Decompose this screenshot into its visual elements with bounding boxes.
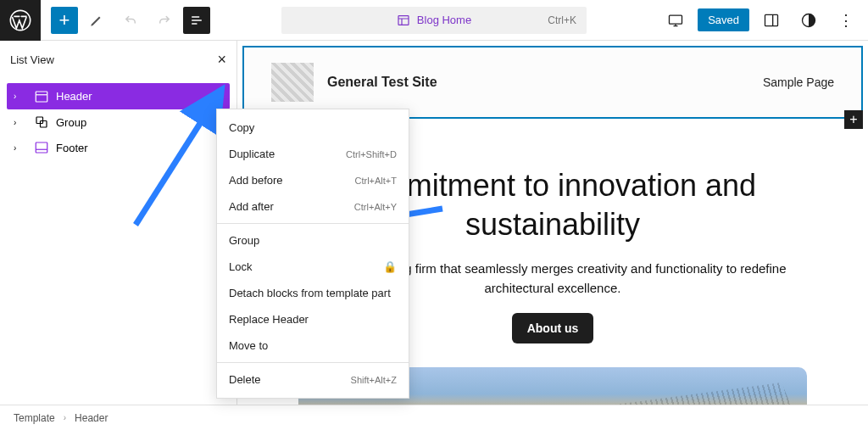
site-logo-placeholder[interactable] [271,63,314,102]
menu-label: Add after [229,200,274,213]
list-item-footer[interactable]: › Footer [7,135,230,160]
edit-tool-button[interactable] [81,5,112,36]
menu-lock[interactable]: Lock🔒 [217,254,409,280]
menu-duplicate[interactable]: DuplicateCtrl+Shift+D [217,141,409,167]
menu-label: Add before [229,174,283,187]
save-button[interactable]: Saved [698,8,749,31]
sidebar-icon [763,12,780,29]
list-item-label: Group [56,116,86,129]
block-context-menu: Copy DuplicateCtrl+Shift+D Add beforeCtr… [216,109,409,399]
svg-rect-7 [41,121,47,128]
menu-add-after[interactable]: Add afterCtrl+Alt+Y [217,193,409,220]
settings-sidebar-button[interactable] [756,5,787,36]
menu-label: Move to [229,339,268,352]
list-item-label: Header [56,90,92,103]
menu-shortcut: Shift+Alt+Z [351,375,397,385]
add-block-inline-button[interactable]: + [844,110,863,129]
menu-label: Group [229,234,259,247]
nav-link-sample-page[interactable]: Sample Page [763,75,834,89]
chevron-right-icon: › [14,143,27,153]
undo-icon [123,13,138,28]
redo-icon [157,13,172,28]
wordpress-icon [8,8,32,32]
list-item-group[interactable]: › Group [7,109,230,135]
redo-button[interactable] [149,5,180,36]
menu-label: Delete [229,373,261,386]
menu-copy[interactable]: Copy [217,114,409,141]
menu-label: Copy [229,121,254,134]
add-block-button[interactable]: + [51,7,78,34]
save-button-label: Saved [708,14,739,26]
view-button[interactable] [660,5,691,36]
desktop-icon [667,12,684,29]
toolbar-right-group: Saved ⋮ [660,5,868,36]
group-block-icon [34,114,49,130]
footer-block-icon [34,140,49,155]
lock-icon: 🔒 [383,260,397,273]
menu-label: Duplicate [229,148,275,160]
wordpress-logo[interactable] [0,0,41,41]
list-view-icon [190,14,203,27]
menu-label: Replace Header [229,313,309,326]
document-bar[interactable]: Blog Home Ctrl+K [281,7,587,34]
pencil-icon [89,13,104,28]
undo-button[interactable] [115,5,146,36]
more-options-button[interactable]: ⋮ [831,5,861,36]
site-title[interactable]: General Test Site [327,75,437,90]
hero-heading-line1: commitment to innovation and [349,168,756,203]
layout-icon [397,14,410,27]
menu-add-before[interactable]: Add beforeCtrl+Alt+T [217,167,409,193]
main-area: List View × › Header ⋮ › Group › Footer [0,41,868,405]
menu-shortcut: Ctrl+Alt+Y [354,202,397,212]
document-shortcut: Ctrl+K [548,14,576,26]
svg-rect-6 [36,117,43,124]
block-options-button[interactable]: ⋮ [210,88,223,104]
menu-replace-header[interactable]: Replace Header [217,306,409,332]
toolbar-left-group: + [41,5,210,36]
document-title: Blog Home [417,14,471,26]
hero-cta-button[interactable]: About us [512,313,594,343]
menu-group[interactable]: Group [217,227,409,254]
breadcrumb-root[interactable]: Template [14,412,55,424]
hero-heading-line2: sustainability [465,207,640,242]
list-view-toggle-button[interactable] [183,7,210,34]
menu-detach[interactable]: Detach blocks from template part [217,280,409,306]
top-toolbar: + Blog Home Ctrl+K Saved ⋮ [0,0,868,41]
menu-delete[interactable]: DeleteShift+Alt+Z [217,366,409,393]
svg-rect-1 [398,15,409,25]
list-view-sidebar: List View × › Header ⋮ › Group › Footer [0,41,237,405]
menu-shortcut: Ctrl+Shift+D [346,149,397,159]
list-view-header: List View × [0,41,236,80]
svg-rect-2 [670,15,682,24]
chevron-right-icon: › [14,118,27,127]
styles-button[interactable] [793,5,824,36]
breadcrumb-current[interactable]: Header [75,412,108,424]
menu-move-to[interactable]: Move to [217,332,409,359]
menu-shortcut: Ctrl+Alt+T [354,176,397,186]
close-list-view-button[interactable]: × [217,51,226,69]
list-view-title: List View [10,53,54,66]
svg-rect-3 [765,14,778,25]
chevron-right-icon: › [14,92,27,101]
menu-label: Detach blocks from template part [229,287,391,299]
list-view-tree: › Header ⋮ › Group › Footer [0,80,236,164]
kebab-icon: ⋮ [838,13,854,28]
menu-separator [217,223,409,224]
breadcrumb: Template › Header [0,405,868,430]
menu-label: Lock [229,260,252,273]
chevron-right-icon: › [64,413,66,422]
header-left: General Test Site [271,63,437,102]
hero-cta-label: About us [527,321,579,335]
header-block-icon [34,89,49,104]
svg-rect-8 [36,142,47,153]
menu-separator [217,362,409,363]
list-item-label: Footer [56,142,88,154]
svg-rect-5 [36,92,47,102]
contrast-icon [800,12,817,29]
list-item-header[interactable]: › Header ⋮ [7,83,230,109]
